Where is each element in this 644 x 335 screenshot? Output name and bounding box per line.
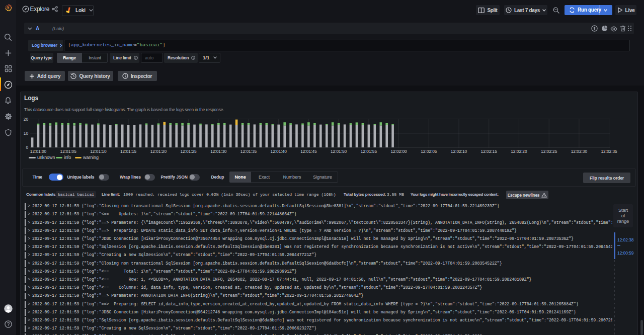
svg-text:12:02:25: 12:02:25 xyxy=(541,149,557,154)
svg-text:12:01:20: 12:01:20 xyxy=(150,149,167,154)
svg-text:12:01:55: 12:01:55 xyxy=(361,149,377,154)
svg-text:12:01:05: 12:01:05 xyxy=(60,149,77,154)
svg-text:12:01:45: 12:01:45 xyxy=(300,149,317,154)
svg-text:12:02:15: 12:02:15 xyxy=(481,149,498,154)
svg-text:12:02:30: 12:02:30 xyxy=(571,149,588,154)
svg-text:10: 10 xyxy=(24,131,29,136)
svg-text:12:01:50: 12:01:50 xyxy=(331,149,347,154)
svg-text:20: 20 xyxy=(24,117,29,122)
svg-text:12:01:30: 12:01:30 xyxy=(210,149,227,154)
svg-text:0: 0 xyxy=(26,145,28,150)
svg-text:12:01:40: 12:01:40 xyxy=(271,149,287,154)
svg-text:12:02:05: 12:02:05 xyxy=(421,149,437,154)
svg-text:12:01:00: 12:01:00 xyxy=(30,149,47,154)
svg-text:12:01:15: 12:01:15 xyxy=(120,149,137,154)
svg-text:12:01:10: 12:01:10 xyxy=(90,149,107,154)
svg-text:12:02:35: 12:02:35 xyxy=(601,149,617,154)
svg-text:12:02:20: 12:02:20 xyxy=(511,149,527,154)
svg-text:12:01:35: 12:01:35 xyxy=(240,149,257,154)
svg-text:12:02:00: 12:02:00 xyxy=(390,149,407,154)
svg-text:12:01:25: 12:01:25 xyxy=(180,149,197,154)
svg-text:12:02:10: 12:02:10 xyxy=(451,149,467,154)
